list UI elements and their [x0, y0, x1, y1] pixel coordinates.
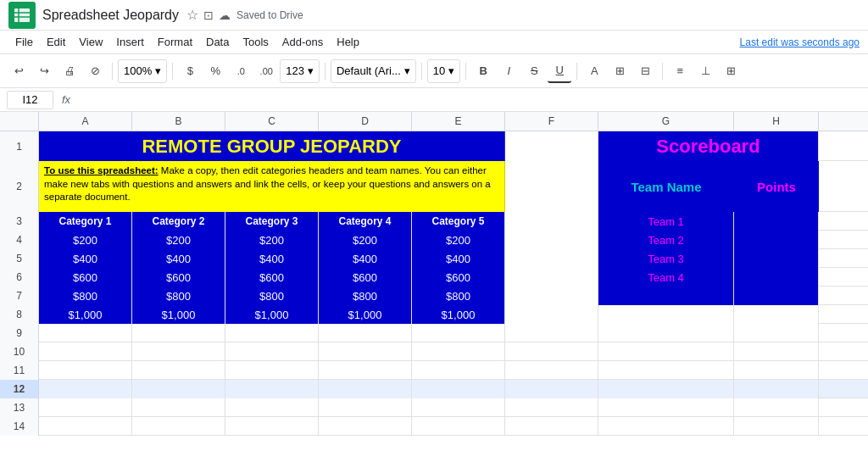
- cell-e3[interactable]: Category 5: [412, 212, 505, 231]
- col-header-d[interactable]: D: [319, 112, 412, 131]
- borders-button[interactable]: ⊞: [608, 59, 632, 83]
- align-button[interactable]: ≡: [668, 59, 692, 83]
- undo-button[interactable]: ↩: [7, 59, 31, 83]
- col-header-a[interactable]: A: [39, 112, 132, 131]
- cell-c13[interactable]: [225, 398, 319, 417]
- underline-button[interactable]: U: [548, 59, 571, 83]
- bold-button[interactable]: B: [471, 59, 495, 83]
- cell-b6[interactable]: $600: [132, 268, 225, 287]
- cell-b10[interactable]: [132, 342, 225, 361]
- menu-format[interactable]: Format: [151, 31, 199, 54]
- dollar-button[interactable]: $: [178, 59, 202, 83]
- cell-d11[interactable]: [319, 361, 412, 380]
- cell-e14[interactable]: [412, 417, 505, 436]
- cell-h13[interactable]: [734, 398, 819, 417]
- cell-f12[interactable]: [505, 380, 598, 398]
- cell-f1[interactable]: [505, 131, 598, 161]
- menu-file[interactable]: File: [8, 31, 40, 54]
- star-icon[interactable]: ☆: [186, 7, 198, 23]
- cell-a3[interactable]: Category 1: [39, 212, 132, 231]
- cell-e6[interactable]: $600: [412, 268, 505, 287]
- cell-c7[interactable]: $800: [225, 287, 319, 305]
- cell-b14[interactable]: [132, 417, 225, 436]
- cell-a7[interactable]: $800: [39, 287, 132, 305]
- cell-g13[interactable]: [598, 398, 734, 417]
- cell-g3[interactable]: Team 1: [598, 212, 734, 231]
- menu-insert[interactable]: Insert: [109, 31, 151, 54]
- menu-tools[interactable]: Tools: [236, 31, 275, 54]
- cell-a6[interactable]: $600: [39, 268, 132, 287]
- cell-f6[interactable]: [505, 268, 598, 287]
- cell-g12[interactable]: [598, 380, 734, 398]
- cell-e7[interactable]: $800: [412, 287, 505, 305]
- cell-f13[interactable]: [505, 398, 598, 417]
- cell-e9[interactable]: [412, 324, 505, 342]
- cell-c14[interactable]: [225, 417, 319, 436]
- cell-g10[interactable]: [598, 342, 734, 361]
- merge-button[interactable]: ⊟: [633, 59, 657, 83]
- cell-h7[interactable]: [734, 287, 819, 305]
- cell-f10[interactable]: [505, 342, 598, 361]
- cell-reference[interactable]: I12: [7, 91, 53, 109]
- cell-b12[interactable]: [132, 380, 225, 398]
- cell-a13[interactable]: [39, 398, 132, 417]
- cell-e8[interactable]: $1,000: [412, 305, 505, 324]
- cell-h14[interactable]: [734, 417, 819, 436]
- cell-h9[interactable]: [734, 324, 819, 342]
- cell-d10[interactable]: [319, 342, 412, 361]
- cell-h10[interactable]: [734, 342, 819, 361]
- last-edit-status[interactable]: Last edit was seconds ago: [740, 36, 860, 48]
- col-header-f[interactable]: F: [505, 112, 598, 131]
- cell-h8[interactable]: [734, 305, 819, 324]
- cell-d5[interactable]: $400: [319, 249, 412, 268]
- percent-button[interactable]: %: [203, 59, 227, 83]
- cell-f2[interactable]: [505, 161, 598, 212]
- cell-h3[interactable]: [734, 212, 819, 231]
- cell-f4[interactable]: [505, 231, 598, 249]
- fill-color-button[interactable]: A: [582, 59, 606, 83]
- cell-d13[interactable]: [319, 398, 412, 417]
- cell-h11[interactable]: [734, 361, 819, 380]
- cell-e4[interactable]: $200: [412, 231, 505, 249]
- cell-b8[interactable]: $1,000: [132, 305, 225, 324]
- menu-addons[interactable]: Add-ons: [275, 31, 330, 54]
- formula-input[interactable]: [79, 91, 861, 109]
- strikethrough-button[interactable]: S: [522, 59, 546, 83]
- italic-button[interactable]: I: [497, 59, 520, 83]
- cell-f14[interactable]: [505, 417, 598, 436]
- decimal00-button[interactable]: .00: [254, 59, 278, 83]
- cell-d6[interactable]: $600: [319, 268, 412, 287]
- cell-c9[interactable]: [225, 324, 319, 342]
- cell-d3[interactable]: Category 4: [319, 212, 412, 231]
- cell-b9[interactable]: [132, 324, 225, 342]
- col-header-e[interactable]: E: [412, 112, 505, 131]
- cell-c10[interactable]: [225, 342, 319, 361]
- drive-icon[interactable]: ⊡: [203, 8, 214, 22]
- font-dropdown[interactable]: Default (Ari... ▾: [331, 59, 416, 83]
- cell-g8[interactable]: [598, 305, 734, 324]
- cell-d9[interactable]: [319, 324, 412, 342]
- cell-h12[interactable]: [734, 380, 819, 398]
- cell-b5[interactable]: $400: [132, 249, 225, 268]
- cell-a5[interactable]: $400: [39, 249, 132, 268]
- cell-d4[interactable]: $200: [319, 231, 412, 249]
- cell-h5[interactable]: [734, 249, 819, 268]
- redo-button[interactable]: ↪: [32, 59, 56, 83]
- col-header-g[interactable]: G: [598, 112, 734, 131]
- cell-f8[interactable]: [505, 305, 598, 324]
- cell-f5[interactable]: [505, 249, 598, 268]
- cell-a10[interactable]: [39, 342, 132, 361]
- cell-g7[interactable]: [598, 287, 734, 305]
- cell-d14[interactable]: [319, 417, 412, 436]
- cell-d8[interactable]: $1,000: [319, 305, 412, 324]
- cell-f3[interactable]: [505, 212, 598, 231]
- cell-a2-instructions[interactable]: To use this spreadsheet: Make a copy, th…: [39, 161, 505, 212]
- cell-e12[interactable]: [412, 380, 505, 398]
- cell-b7[interactable]: $800: [132, 287, 225, 305]
- cell-g9[interactable]: [598, 324, 734, 342]
- cell-a4[interactable]: $200: [39, 231, 132, 249]
- cell-c6[interactable]: $600: [225, 268, 319, 287]
- cell-a1-title[interactable]: REMOTE GROUP JEOPARDY: [39, 131, 505, 161]
- cell-e11[interactable]: [412, 361, 505, 380]
- cell-e13[interactable]: [412, 398, 505, 417]
